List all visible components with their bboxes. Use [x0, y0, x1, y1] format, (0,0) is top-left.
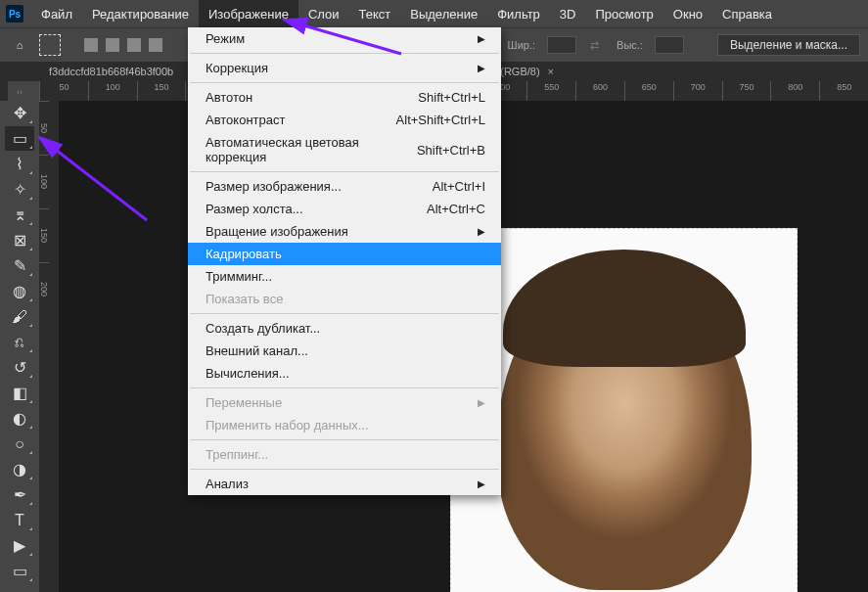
menu-окно[interactable]: Окно	[663, 0, 712, 27]
magic-wand-tool[interactable]: ✧	[5, 177, 34, 202]
submenu-arrow-icon: ▶	[478, 478, 485, 489]
toolbar: ›› ✥▭⌇✧⌆⊠✎◍🖌⎌↺◧◐○◑✒T▶▭	[0, 81, 39, 592]
brush-tool[interactable]: 🖌	[5, 304, 34, 329]
home-icon[interactable]: ⌂	[8, 33, 31, 57]
frame-tool[interactable]: ⊠	[5, 228, 34, 252]
menu-item-треппинг-: Треппинг...	[188, 443, 501, 466]
menu-файл[interactable]: Файл	[31, 0, 82, 27]
menu-изображение[interactable]: Изображение	[199, 0, 298, 27]
crop-tool[interactable]: ⌆	[5, 203, 34, 227]
menu-separator	[190, 171, 499, 172]
height-label: Выс.:	[617, 39, 643, 51]
panel-strip	[0, 62, 8, 101]
rectangle-tool[interactable]: ▭	[5, 559, 34, 583]
menu-item-показать-все: Показать все	[188, 288, 501, 310]
select-and-mask-button[interactable]: Выделение и маска...	[717, 34, 860, 56]
marquee-selection	[450, 228, 798, 592]
mode-add-selection[interactable]	[106, 38, 119, 52]
menu-item-вращение-изображения[interactable]: Вращение изображения▶	[188, 220, 501, 243]
menu-справка[interactable]: Справка	[712, 0, 782, 27]
menu-item-автотон[interactable]: АвтотонShift+Ctrl+L	[188, 86, 501, 109]
document-tab-filename[interactable]: f3ddccfd81b668f46b3f00b	[49, 66, 173, 77]
menu-фильтр[interactable]: Фильтр	[487, 0, 550, 27]
menu-separator	[190, 82, 499, 83]
app-icon: Ps	[6, 5, 23, 23]
menu-item-вычисления-[interactable]: Вычисления...	[188, 362, 501, 385]
menu-item-кадрировать[interactable]: Кадрировать	[188, 243, 501, 265]
eraser-tool[interactable]: ◧	[5, 381, 34, 405]
menubar: Ps ФайлРедактированиеИзображениеСлоиТекс…	[0, 0, 868, 27]
history-brush-tool[interactable]: ↺	[5, 355, 34, 380]
submenu-arrow-icon: ▶	[478, 226, 485, 237]
lasso-tool[interactable]: ⌇	[5, 152, 34, 176]
blur-tool[interactable]: ○	[5, 432, 34, 456]
mode-intersect-selection[interactable]	[149, 38, 162, 52]
image-menu-dropdown: Режим▶Коррекция▶АвтотонShift+Ctrl+LАвток…	[188, 27, 501, 495]
menu-слои[interactable]: Слои	[298, 0, 349, 27]
gradient-tool[interactable]: ◐	[5, 406, 34, 431]
menu-item-переменные: Переменные▶	[188, 391, 501, 414]
menu-separator	[190, 469, 499, 470]
submenu-arrow-icon: ▶	[478, 397, 485, 408]
marquee-tool[interactable]: ▭	[5, 126, 34, 151]
clone-stamp-tool[interactable]: ⎌	[5, 330, 34, 354]
menu-item-анализ[interactable]: Анализ▶	[188, 473, 501, 495]
width-label: Шир.:	[508, 39, 535, 51]
image-content	[451, 229, 797, 592]
menu-item-автоконтраст[interactable]: АвтоконтрастAlt+Shift+Ctrl+L	[188, 109, 501, 131]
menu-item-размер-холста-[interactable]: Размер холста...Alt+Ctrl+C	[188, 198, 501, 220]
menu-выделение[interactable]: Выделение	[400, 0, 487, 27]
document-tab-mode: (RGB/8)	[500, 66, 539, 77]
menu-item-тримминг-[interactable]: Тримминг...	[188, 265, 501, 288]
type-tool[interactable]: T	[5, 508, 34, 532]
tool-preset-icon[interactable]	[39, 34, 61, 56]
move-tool[interactable]: ✥	[5, 101, 34, 125]
menu-просмотр[interactable]: Просмотр	[585, 0, 662, 27]
menu-текст[interactable]: Текст	[349, 0, 401, 27]
menu-item-создать-дубликат-[interactable]: Создать дубликат...	[188, 317, 501, 340]
menu-3d[interactable]: 3D	[550, 0, 586, 27]
path-selection-tool[interactable]: ▶	[5, 533, 34, 558]
submenu-arrow-icon: ▶	[478, 33, 485, 44]
swap-icon[interactable]: ⇄	[590, 39, 599, 52]
menu-редактирование[interactable]: Редактирование	[82, 0, 199, 27]
pen-tool[interactable]: ✒	[5, 482, 34, 507]
menu-item-размер-изображения-[interactable]: Размер изображения...Alt+Ctrl+I	[188, 175, 501, 198]
menu-separator	[190, 439, 499, 440]
tab-close-icon[interactable]: ×	[548, 66, 554, 77]
healing-brush-tool[interactable]: ◍	[5, 279, 34, 303]
submenu-arrow-icon: ▶	[478, 63, 485, 73]
menu-item-режим[interactable]: Режим▶	[188, 27, 501, 50]
ruler-vertical: 50100150200	[39, 101, 59, 592]
menu-item-применить-набор-данных-: Применить набор данных...	[188, 414, 501, 436]
menu-item-автоматическая-цветовая-коррекция[interactable]: Автоматическая цветовая коррекцияShift+C…	[188, 131, 501, 168]
width-input[interactable]	[547, 36, 576, 54]
mode-new-selection[interactable]	[84, 38, 98, 52]
mode-subtract-selection[interactable]	[127, 38, 141, 52]
menu-separator	[190, 53, 499, 54]
dodge-tool[interactable]: ◑	[5, 457, 34, 481]
menu-separator	[190, 387, 499, 388]
menu-item-коррекция[interactable]: Коррекция▶	[188, 57, 501, 79]
toolbar-grip[interactable]: ››	[17, 87, 23, 97]
height-input[interactable]	[655, 36, 684, 54]
menu-separator	[190, 313, 499, 314]
menu-item-внешний-канал-[interactable]: Внешний канал...	[188, 340, 501, 362]
eyedropper-tool[interactable]: ✎	[5, 253, 34, 278]
